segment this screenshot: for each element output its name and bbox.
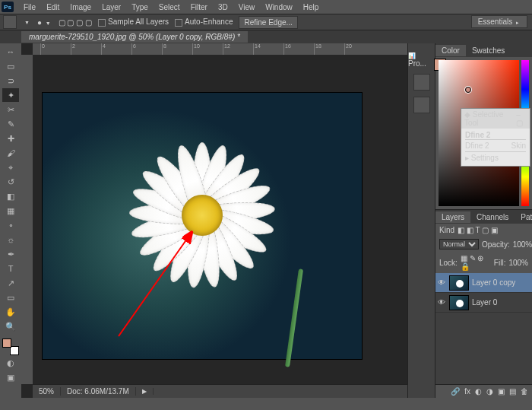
annotation-arrow <box>43 93 362 359</box>
document-tab[interactable]: marguerite-729510_1920.jpg @ 50% (Layer … <box>21 31 248 43</box>
crop-tool-icon[interactable]: ✂ <box>2 103 19 116</box>
trash-icon[interactable]: 🗑 <box>521 387 528 396</box>
tab-layers[interactable]: Layers <box>435 211 470 223</box>
blur-tool-icon[interactable]: ∘ <box>2 218 19 232</box>
lock-label: Lock: <box>439 259 458 267</box>
ruler-horizontal: 0 2 4 6 8 10 12 14 16 18 20 <box>33 43 407 55</box>
layer-thumbnail[interactable] <box>449 275 469 291</box>
dock-icon-1[interactable] <box>413 74 430 91</box>
opacity-value[interactable]: 100% <box>513 240 532 249</box>
ruler-vertical <box>21 55 33 384</box>
active-tool-icon[interactable] <box>3 15 17 29</box>
layer-list: 👁 Layer 0 copy 👁 Layer 0 <box>435 273 532 384</box>
eyedropper-tool-icon[interactable]: ✎ <box>2 117 19 131</box>
tab-channels[interactable]: Channels <box>470 211 515 223</box>
path-tool-icon[interactable]: ↗ <box>2 276 19 290</box>
link-layers-icon[interactable]: 🔗 <box>451 387 460 396</box>
blend-mode-select[interactable]: Normal <box>439 239 479 249</box>
menu-filter[interactable]: Filter <box>185 2 213 13</box>
layer-name[interactable]: Layer 0 copy <box>472 278 515 287</box>
statusbar-menu-icon[interactable]: ▶ <box>136 388 154 395</box>
canvas-area: 0 2 4 6 8 10 12 14 16 18 20 <box>21 43 407 398</box>
dock-label[interactable]: 📊 Pro... <box>408 52 435 68</box>
fill-label: Fill: <box>494 259 506 267</box>
marquee-tool-icon[interactable]: ▭ <box>2 59 19 73</box>
tools-panel: ↔ ▭ ⊃ ✦ ✂ ✎ ✚ 🖌 ⌖ ↺ ◧ ▦ ∘ ☼ ✒ T ↗ ▭ ✋ 🔍 … <box>0 43 21 398</box>
menu-3d[interactable]: 3D <box>213 2 233 13</box>
menu-select[interactable]: Select <box>154 2 185 13</box>
tab-swatches[interactable]: Swatches <box>466 45 511 56</box>
menu-help[interactable]: Help <box>298 2 325 13</box>
brush-size-control[interactable]: ● ▼ <box>37 18 52 27</box>
color-swatches[interactable] <box>2 338 19 355</box>
opacity-label: Opacity: <box>482 240 510 249</box>
quick-select-tool-icon[interactable]: ✦ <box>2 88 19 102</box>
hand-tool-icon[interactable]: ✋ <box>2 305 19 319</box>
screenmode-icon[interactable]: ▣ <box>2 370 19 384</box>
fx-icon[interactable]: fx <box>464 387 470 396</box>
brush-tool-icon[interactable]: 🖌 <box>2 146 19 160</box>
document-tab-bar: marguerite-729510_1920.jpg @ 50% (Layer … <box>0 30 532 43</box>
document-canvas[interactable] <box>43 93 362 359</box>
menu-window[interactable]: Window <box>260 2 298 13</box>
mask-icon[interactable]: ◐ <box>475 387 482 396</box>
adjustment-icon[interactable]: ◑ <box>486 387 493 396</box>
lock-icons[interactable]: ▦ ✎ ⊕ 🔒 <box>461 254 491 271</box>
status-bar: 50% Doc: 6.06M/13.7M ▶ <box>33 384 407 398</box>
collapsed-panel-dock: 📊 Pro... <box>407 43 435 398</box>
menu-file[interactable]: File <box>18 2 41 13</box>
filter-kind-label: Kind <box>439 226 454 234</box>
shape-tool-icon[interactable]: ▭ <box>2 291 19 304</box>
tab-paths[interactable]: Paths <box>515 211 532 223</box>
close-icon[interactable]: –▢ <box>516 110 527 127</box>
visibility-icon[interactable]: 👁 <box>437 278 446 287</box>
right-panel-group: Color Swatches Layers Channels Paths Kin… <box>435 43 532 398</box>
filter-icons[interactable]: ◧ ◧ T ▢ ▣ <box>458 226 498 234</box>
layer-row[interactable]: 👁 Layer 0 <box>435 293 532 313</box>
menu-view[interactable]: View <box>233 2 261 13</box>
auto-enhance-checkbox[interactable]: Auto-Enhance <box>175 17 233 26</box>
chevron-down-icon[interactable]: ▼ <box>23 20 31 25</box>
menu-layer[interactable]: Layer <box>97 2 126 13</box>
history-brush-tool-icon[interactable]: ↺ <box>2 175 19 189</box>
selective-tool-panel[interactable]: ◆ Selective Tool–▢ Dfine 2 Dfine 2Skin ▸… <box>461 108 530 167</box>
floating-title: ◆ Selective Tool <box>464 110 516 127</box>
menubar: Ps File Edit Image Layer Type Select Fil… <box>0 0 532 14</box>
type-tool-icon[interactable]: T <box>2 262 19 275</box>
layer-name[interactable]: Layer 0 <box>472 298 497 307</box>
dock-icon-2[interactable] <box>413 97 430 113</box>
stamp-tool-icon[interactable]: ⌖ <box>2 161 19 174</box>
lasso-tool-icon[interactable]: ⊃ <box>2 74 19 87</box>
workspace-switcher[interactable]: Essentials ▸ <box>471 15 527 28</box>
visibility-icon[interactable]: 👁 <box>437 298 446 307</box>
color-picker-cursor <box>465 87 471 93</box>
heal-tool-icon[interactable]: ✚ <box>2 132 19 145</box>
svg-line-0 <box>119 234 191 336</box>
move-tool-icon[interactable]: ↔ <box>2 45 19 59</box>
dodge-tool-icon[interactable]: ☼ <box>2 233 19 246</box>
sample-all-layers-checkbox[interactable]: Sample All Layers <box>98 17 169 26</box>
menu-type[interactable]: Type <box>126 2 154 13</box>
brush-mode-icons[interactable]: ▢ ▢ ▢ ▢ <box>59 18 92 27</box>
quickmask-icon[interactable]: ◐ <box>2 356 19 370</box>
pen-tool-icon[interactable]: ✒ <box>2 247 19 261</box>
layers-panel: Layers Channels Paths Kind ◧ ◧ T ▢ ▣ Nor… <box>435 209 532 398</box>
group-icon[interactable]: ▣ <box>498 387 505 396</box>
eraser-tool-icon[interactable]: ◧ <box>2 189 19 203</box>
options-bar: ▼ ● ▼ ▢ ▢ ▢ ▢ Sample All Layers Auto-Enh… <box>0 14 532 30</box>
new-layer-icon[interactable]: ▤ <box>509 387 516 396</box>
gradient-tool-icon[interactable]: ▦ <box>2 204 19 218</box>
refine-edge-button[interactable]: Refine Edge... <box>239 16 297 29</box>
app-logo: Ps <box>2 2 14 12</box>
layer-row[interactable]: 👁 Layer 0 copy <box>435 273 532 293</box>
menu-image[interactable]: Image <box>65 2 97 13</box>
fill-value[interactable]: 100% <box>508 259 528 267</box>
zoom-level[interactable]: 50% <box>33 387 61 396</box>
tab-color[interactable]: Color <box>435 45 466 56</box>
doc-size: Doc: 6.06M/13.7M <box>61 387 136 396</box>
layer-thumbnail[interactable] <box>449 295 469 310</box>
color-panel-header: Color Swatches <box>435 43 532 57</box>
menu-edit[interactable]: Edit <box>41 2 65 13</box>
floating-main[interactable]: Dfine 2 <box>465 131 526 139</box>
zoom-tool-icon[interactable]: 🔍 <box>2 319 19 333</box>
